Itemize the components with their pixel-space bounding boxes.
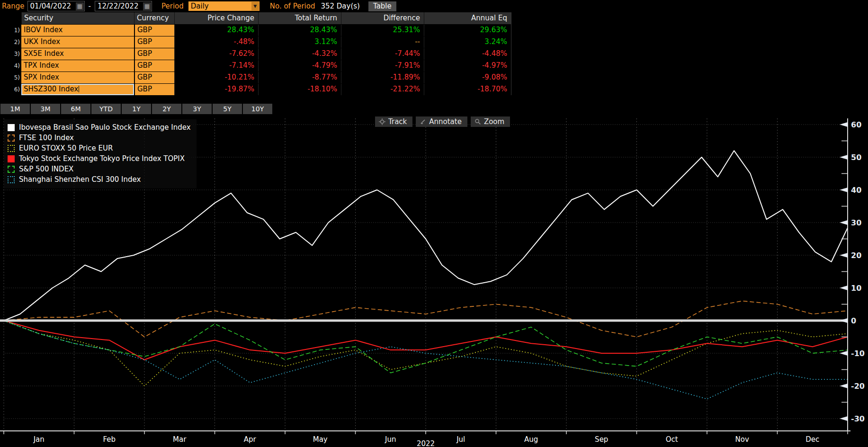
range-button-3m[interactable]: 3M	[31, 104, 60, 114]
month-label: Jan	[33, 435, 45, 444]
range-button-2y[interactable]: 2Y	[152, 104, 181, 114]
month-label: May	[313, 435, 328, 444]
range-button-ytd[interactable]: YTD	[91, 104, 121, 114]
total-return-value: -4.32%	[258, 48, 341, 60]
table-row: 1)IBOV IndexGBP28.43%28.43%25.31%29.63%	[0, 25, 511, 36]
legend-label: Ibovespa Brasil Sao Paulo Stock Exchange…	[19, 123, 191, 132]
range-button-6m[interactable]: 6M	[61, 104, 90, 114]
date-to-input[interactable]: 12/22/2022 ▦	[95, 1, 152, 11]
security-ticker-field[interactable]: SHSZ300 Index	[21, 84, 134, 95]
total-return-value: 28.43%	[258, 25, 341, 36]
period-label: Period	[161, 2, 184, 10]
table-row: 3)SX5E IndexGBP-7.62%-4.32%-7.44%-4.48%	[0, 48, 511, 60]
month-label: Jun	[385, 435, 396, 444]
num-period-label: No. of Period	[270, 2, 315, 10]
difference-value: --	[341, 36, 424, 48]
crosshair-icon	[379, 118, 385, 125]
securities-table: Security Currency Price Change Total Ret…	[0, 12, 511, 95]
difference-value: -7.44%	[341, 48, 424, 60]
calendar-icon[interactable]: ▦	[76, 2, 84, 10]
zoom-button[interactable]: Zoom	[471, 116, 510, 127]
difference-value: -11.89%	[341, 72, 424, 83]
table-row: 5)SPX IndexGBP-10.21%-8.77%-11.89%-9.08%	[0, 72, 511, 83]
table-row: 6)SHSZ300 IndexGBP-19.87%-18.10%-21.22%-…	[0, 84, 511, 95]
chart-toolbar: Track Annotate Zoom	[375, 116, 510, 127]
security-ticker-field[interactable]: SPX Index	[21, 72, 134, 83]
month-label: Oct	[666, 435, 678, 444]
month-label: Aug	[524, 435, 538, 444]
currency-field[interactable]: GBP	[134, 72, 174, 83]
chart-legend: Ibovespa Brasil Sao Paulo Stock Exchange…	[4, 119, 197, 188]
range-button-5y[interactable]: 5Y	[213, 104, 242, 114]
table-header-row: Security Currency Price Change Total Ret…	[0, 12, 511, 24]
price-change-value: -.48%	[174, 36, 258, 48]
currency-field[interactable]: GBP	[134, 25, 174, 36]
y-tick-label: 40	[851, 186, 861, 195]
security-ticker-field[interactable]: TPX Index	[21, 60, 134, 72]
range-button-3y[interactable]: 3Y	[182, 104, 212, 114]
currency-field[interactable]: GBP	[134, 36, 174, 48]
text-cursor	[79, 86, 79, 92]
range-button-1m[interactable]: 1M	[0, 104, 30, 114]
row-number: 2)	[0, 36, 21, 48]
row-number: 4)	[0, 60, 21, 72]
column-header-difference: Difference	[341, 12, 424, 24]
legend-swatch	[8, 134, 15, 142]
month-label: Nov	[735, 435, 749, 444]
date-from-value[interactable]: 01/04/2022	[30, 2, 74, 10]
price-change-value: 28.43%	[174, 25, 258, 36]
legend-swatch	[8, 166, 15, 173]
legend-label: S&P 500 INDEX	[19, 165, 73, 173]
y-tick-label: 0	[851, 316, 856, 325]
chevron-down-icon[interactable]: ▼	[251, 2, 259, 10]
legend-swatch	[8, 176, 15, 183]
table-button[interactable]: Table	[368, 1, 396, 11]
y-tick-label: -30	[851, 414, 865, 423]
zoom-button-label: Zoom	[484, 117, 504, 126]
date-to-value[interactable]: 12/22/2022	[98, 2, 141, 10]
annual-eq-value: -4.48%	[424, 48, 511, 60]
bloomberg-comp-screen: 6050403020100-10-20-30JanFebMarAprMayJun…	[0, 0, 868, 447]
annual-eq-value: -18.70%	[424, 84, 511, 95]
security-ticker-field[interactable]: SX5E Index	[21, 48, 134, 60]
annual-eq-value: 29.63%	[424, 25, 511, 36]
currency-field[interactable]: GBP	[134, 48, 174, 60]
range-buttons-bar: 1M3M6MYTD1Y2Y3Y5Y10Y	[0, 104, 272, 114]
price-change-value: -7.62%	[174, 48, 258, 60]
currency-field[interactable]: GBP	[134, 60, 174, 72]
difference-value: -7.91%	[341, 60, 424, 72]
legend-label: Tokyo Stock Exchange Tokyo Price Index T…	[19, 154, 185, 163]
period-select[interactable]: Daily ▼	[188, 1, 260, 11]
year-label: 2022	[417, 439, 435, 447]
difference-value: 25.31%	[341, 25, 424, 36]
legend-item: FTSE 100 Index	[8, 133, 191, 143]
price-change-value: -7.14%	[174, 60, 258, 72]
range-button-10y[interactable]: 10Y	[243, 104, 272, 114]
range-button-1y[interactable]: 1Y	[122, 104, 151, 114]
security-ticker-field[interactable]: IBOV Index	[21, 25, 134, 36]
total-return-value: -4.79%	[258, 60, 341, 72]
row-number: 1)	[0, 25, 21, 36]
month-label: Dec	[805, 435, 819, 444]
row-number: 5)	[0, 72, 21, 83]
month-label: Sep	[595, 435, 608, 444]
annotate-button-label: Annotate	[429, 117, 462, 126]
track-button[interactable]: Track	[375, 116, 412, 127]
legend-label: FTSE 100 Index	[19, 134, 74, 142]
calendar-icon[interactable]: ▦	[143, 2, 151, 10]
y-tick-label: -20	[851, 382, 865, 391]
legend-item: S&P 500 INDEX	[8, 164, 191, 174]
legend-item: Ibovespa Brasil Sao Paulo Stock Exchange…	[8, 122, 191, 133]
legend-swatch	[8, 124, 15, 131]
annotate-button[interactable]: Annotate	[416, 116, 467, 127]
security-ticker-field[interactable]: UKX Index	[21, 36, 134, 48]
total-return-value: 3.12%	[258, 36, 341, 48]
date-from-input[interactable]: 01/04/2022 ▦	[27, 1, 85, 11]
month-label: Feb	[103, 435, 116, 444]
price-change-value: -10.21%	[174, 72, 258, 83]
total-return-value: -8.77%	[258, 72, 341, 83]
month-label: Mar	[173, 435, 187, 444]
range-label: Range	[2, 2, 25, 10]
currency-field[interactable]: GBP	[134, 84, 174, 95]
table-row: 2)UKX IndexGBP-.48%3.12%--3.24%	[0, 36, 511, 48]
